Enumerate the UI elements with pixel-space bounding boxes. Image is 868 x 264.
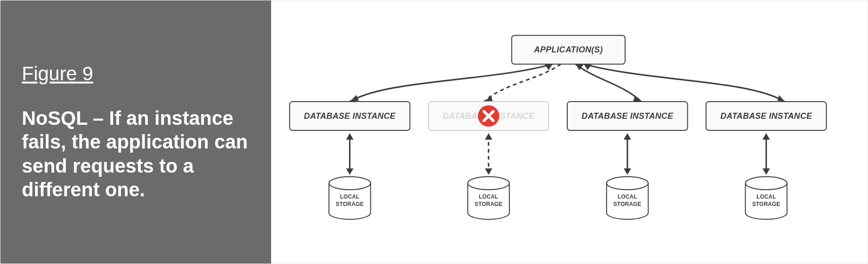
arrow-head-up-storage4 xyxy=(762,133,770,140)
local-storage-label-3-line1: LOCAL xyxy=(618,193,637,200)
local-storage-label-3-line2: STORAGE xyxy=(614,201,641,207)
svg-point-4 xyxy=(468,177,509,190)
arrow-head-down-storage2 xyxy=(485,168,492,175)
arrow-head-down-db1 xyxy=(350,95,359,102)
db-instance-label-4: DATABASE INSTANCE xyxy=(720,111,812,121)
figure-caption: NoSQL – If an instance fails, the applic… xyxy=(22,106,250,201)
local-storage-label-4-line1: LOCAL xyxy=(756,193,776,200)
local-storage-cylinder-2: LOCAL STORAGE xyxy=(468,177,509,219)
arrow-head-up-db4 xyxy=(584,64,592,70)
arrow-head-up-db1 xyxy=(545,64,552,70)
local-storage-label-1-line1: LOCAL xyxy=(340,193,360,200)
local-storage-cylinder-3: LOCAL STORAGE xyxy=(607,177,648,219)
arrow-head-down-storage4 xyxy=(762,168,770,175)
local-storage-label-4-line2: STORAGE xyxy=(752,201,780,207)
arrow-app-db1 xyxy=(350,64,552,102)
arrow-app-db4 xyxy=(584,64,785,102)
svg-point-5 xyxy=(607,177,648,190)
db-instance-label-1: DATABASE INSTANCE xyxy=(304,111,396,121)
figure-info-panel: Figure 9 NoSQL – If an instance fails, t… xyxy=(0,0,271,264)
local-storage-cylinder-1: LOCAL STORAGE xyxy=(329,177,371,219)
error-icon xyxy=(478,105,499,127)
arrow-head-down-storage1 xyxy=(346,168,354,175)
application-box-label: APPLICATION(S) xyxy=(533,45,603,54)
figure-frame: Figure 9 NoSQL – If an instance fails, t… xyxy=(0,0,868,264)
local-storage-label-2-line2: STORAGE xyxy=(475,201,502,207)
nosql-failover-diagram: APPLICATION(S) DATABASE INSTANCE xyxy=(271,0,868,264)
diagram-panel: APPLICATION(S) DATABASE INSTANCE xyxy=(271,0,868,264)
db-instance-label-3: DATABASE INSTANCE xyxy=(582,111,673,121)
arrow-head-down-storage3 xyxy=(624,168,631,175)
arrow-head-up-storage2 xyxy=(485,133,492,140)
arrow-app-db2-failed xyxy=(484,64,561,102)
local-storage-label-1-line2: STORAGE xyxy=(336,201,364,207)
arrow-head-up-storage3 xyxy=(624,133,631,140)
svg-point-6 xyxy=(745,177,787,190)
figure-number-label: Figure 9 xyxy=(22,63,250,85)
svg-point-3 xyxy=(329,177,371,190)
arrow-head-up-storage1 xyxy=(346,133,354,140)
local-storage-cylinder-4: LOCAL STORAGE xyxy=(745,177,787,219)
arrow-head-down-db4 xyxy=(777,95,785,102)
local-storage-label-2-line1: LOCAL xyxy=(479,193,498,200)
